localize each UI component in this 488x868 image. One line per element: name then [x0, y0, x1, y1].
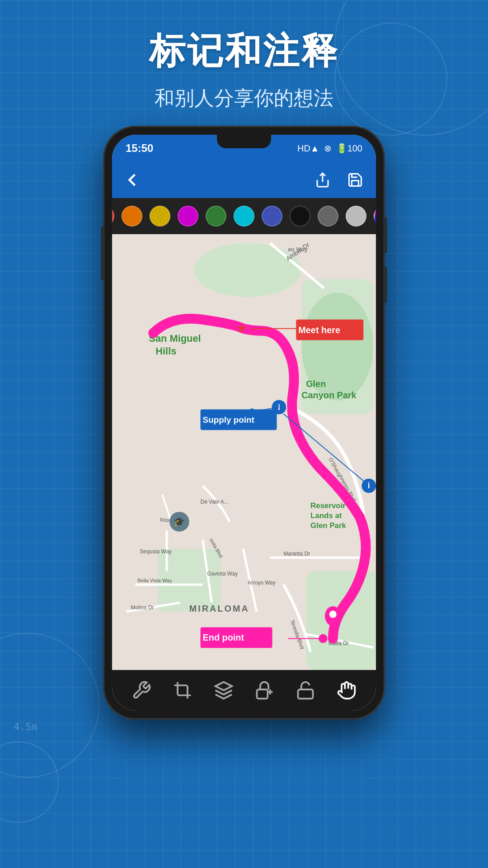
- back-button[interactable]: [123, 170, 143, 190]
- color-magenta[interactable]: [178, 206, 198, 226]
- color-green[interactable]: [206, 206, 226, 226]
- color-blue[interactable]: [262, 206, 282, 226]
- wifi-icon: ⊗: [324, 143, 332, 154]
- svg-text:Sequoia Way: Sequoia Way: [140, 548, 171, 555]
- map-svg: Amber Dr O'Shaughnessy Blvd Teresita Blv…: [112, 234, 376, 670]
- color-black[interactable]: [290, 206, 310, 226]
- phone-screen: 15:50 HD▲ ⊗ 🔋100: [112, 135, 376, 711]
- top-bar: [112, 162, 376, 198]
- tool-lock-add[interactable]: [251, 677, 278, 704]
- svg-marker-60: [215, 682, 232, 690]
- svg-text:★: ★: [236, 321, 247, 335]
- phone-notch: [217, 135, 271, 148]
- svg-text:Marietta Dr: Marietta Dr: [283, 551, 310, 557]
- phone-mockup: 15:50 HD▲ ⊗ 🔋100: [104, 127, 384, 719]
- svg-text:eo Way: eo Way: [288, 246, 308, 253]
- map-area[interactable]: Amber Dr O'Shaughnessy Blvd Teresita Blv…: [112, 234, 376, 670]
- svg-text:Lands at: Lands at: [310, 511, 342, 520]
- status-time: 15:50: [126, 142, 153, 155]
- ruler-label: 4.5m: [14, 721, 38, 732]
- bottom-toolbar: [112, 670, 376, 711]
- svg-text:De Vale A...: De Vale A...: [201, 499, 229, 505]
- svg-text:End point: End point: [203, 632, 244, 642]
- phone-btn-power: [384, 217, 387, 253]
- top-bar-actions: [313, 170, 365, 190]
- tool-cursor[interactable]: [333, 677, 360, 704]
- color-picker-bar: [112, 198, 376, 234]
- color-cyan[interactable]: [234, 206, 254, 226]
- share-button[interactable]: [313, 170, 333, 190]
- status-icons: HD▲ ⊗ 🔋100: [297, 143, 362, 154]
- svg-text:Molino Dr: Molino Dr: [131, 604, 154, 611]
- svg-point-48: [329, 611, 337, 618]
- tool-crop[interactable]: [169, 677, 196, 704]
- color-yellow[interactable]: [150, 206, 170, 226]
- svg-text:Canyon Park: Canyon Park: [301, 390, 357, 400]
- tool-lock-open[interactable]: [292, 677, 319, 704]
- phone-outer: 15:50 HD▲ ⊗ 🔋100: [104, 127, 384, 719]
- svg-text:Glen: Glen: [306, 379, 326, 389]
- tool-wrench[interactable]: [128, 677, 155, 704]
- svg-text:Hills: Hills: [155, 345, 176, 357]
- svg-text:Gaviota Way: Gaviota Way: [207, 571, 238, 577]
- color-dark-gray[interactable]: [318, 206, 338, 226]
- header-area: 标记和注释 和别人分享你的想法: [0, 27, 488, 112]
- main-title: 标记和注释: [0, 27, 488, 76]
- svg-text:Meet here: Meet here: [298, 325, 340, 335]
- phone-btn-volume: [384, 267, 387, 303]
- svg-text:Glen Park: Glen Park: [310, 521, 346, 530]
- color-orange[interactable]: [122, 206, 142, 226]
- color-rainbow[interactable]: [374, 206, 376, 226]
- color-red[interactable]: [112, 206, 114, 226]
- svg-rect-61: [257, 689, 268, 698]
- svg-text:🎓: 🎓: [174, 516, 185, 527]
- svg-text:Bella Vista Way: Bella Vista Way: [137, 578, 172, 583]
- sub-title: 和别人分享你的想法: [0, 85, 488, 112]
- svg-text:Arroyo Way: Arroyo Way: [248, 580, 276, 586]
- signal-icon: HD▲: [297, 143, 319, 154]
- svg-text:i: i: [368, 481, 370, 490]
- phone-btn-left: [101, 226, 104, 280]
- tool-layers[interactable]: [210, 677, 237, 704]
- svg-rect-64: [298, 689, 313, 698]
- battery-icon: 🔋100: [336, 143, 362, 154]
- svg-text:MIRALOMA: MIRALOMA: [189, 604, 249, 613]
- svg-text:Reservoir: Reservoir: [310, 501, 346, 510]
- svg-point-2: [194, 243, 302, 297]
- color-light-gray[interactable]: [346, 206, 366, 226]
- svg-text:Supply point: Supply point: [203, 415, 255, 425]
- save-button[interactable]: [345, 170, 365, 190]
